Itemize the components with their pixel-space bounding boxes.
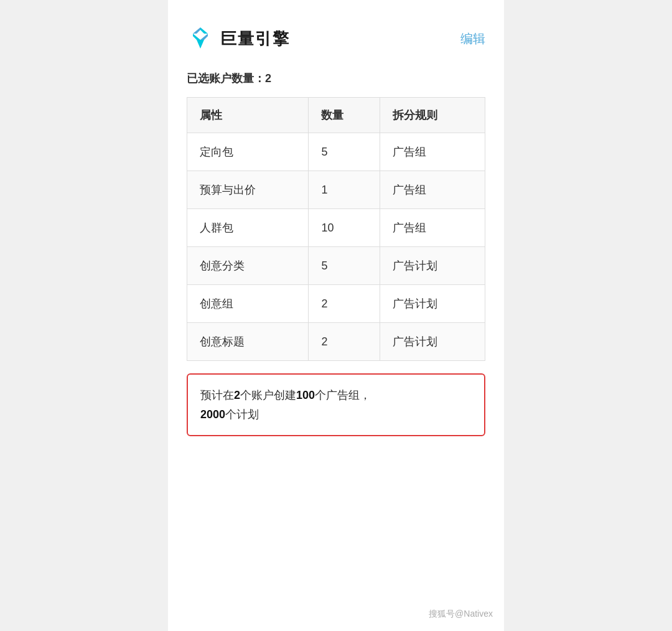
cell-count: 5 — [309, 133, 380, 171]
cell-rule: 广告计划 — [380, 285, 485, 323]
svg-marker-2 — [193, 34, 200, 40]
cell-rule: 广告组 — [380, 209, 485, 247]
cell-attr: 预算与出价 — [187, 171, 309, 209]
cell-rule: 广告组 — [380, 171, 485, 209]
cell-attr: 创意分类 — [187, 247, 309, 285]
logo: 巨量引擎 — [187, 25, 290, 52]
table-header-row: 属性 数量 拆分规则 — [187, 98, 485, 133]
summary-box: 预计在2个账户创建100个广告组，2000个计划 — [187, 373, 485, 436]
table-row: 创意标题2广告计划 — [187, 323, 485, 361]
header: 巨量引擎 编辑 — [187, 25, 485, 52]
data-table: 属性 数量 拆分规则 定向包5广告组预算与出价1广告组人群包10广告组创意分类5… — [187, 97, 485, 361]
cell-rule: 广告计划 — [380, 323, 485, 361]
selected-count: 已选账户数量：2 — [187, 71, 485, 86]
cell-attr: 定向包 — [187, 133, 309, 171]
table-row: 创意组2广告计划 — [187, 285, 485, 323]
svg-marker-4 — [197, 40, 204, 49]
cell-count: 2 — [309, 323, 380, 361]
cell-count: 2 — [309, 285, 380, 323]
table-row: 定向包5广告组 — [187, 133, 485, 171]
cell-count: 5 — [309, 247, 380, 285]
svg-marker-3 — [200, 34, 208, 40]
col-rule: 拆分规则 — [380, 98, 485, 133]
svg-marker-1 — [193, 27, 200, 34]
watermark: 搜狐号@Nativex — [429, 609, 493, 620]
cell-count: 1 — [309, 171, 380, 209]
cell-attr: 创意组 — [187, 285, 309, 323]
cell-attr: 人群包 — [187, 209, 309, 247]
cell-attr: 创意标题 — [187, 323, 309, 361]
table-row: 预算与出价1广告组 — [187, 171, 485, 209]
table-row: 人群包10广告组 — [187, 209, 485, 247]
table-row: 创意分类5广告计划 — [187, 247, 485, 285]
svg-marker-0 — [200, 27, 208, 34]
edit-button[interactable]: 编辑 — [460, 30, 485, 47]
col-attr: 属性 — [187, 98, 309, 133]
phone-container: 巨量引擎 编辑 已选账户数量：2 属性 数量 拆分规则 定向包5广告组预算与出价… — [168, 0, 504, 631]
cell-count: 10 — [309, 209, 380, 247]
cell-rule: 广告计划 — [380, 247, 485, 285]
logo-text: 巨量引擎 — [220, 28, 290, 50]
summary-text: 预计在2个账户创建100个广告组，2000个计划 — [200, 389, 371, 421]
logo-icon — [187, 25, 214, 52]
cell-rule: 广告组 — [380, 133, 485, 171]
col-count: 数量 — [309, 98, 380, 133]
